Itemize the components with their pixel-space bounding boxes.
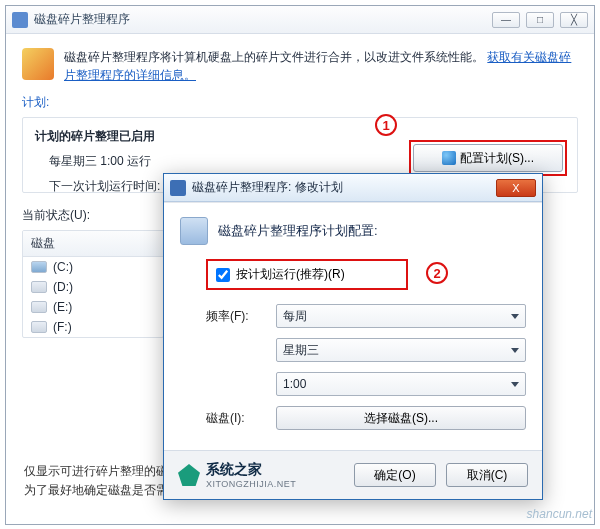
drive-icon bbox=[31, 281, 47, 293]
disk-label: 磁盘(I): bbox=[180, 410, 276, 427]
dialog-body: 磁盘碎片整理程序计划配置: 按计划运行(推荐)(R) 2 频率(F): 每周 星… bbox=[164, 202, 542, 450]
modify-schedule-dialog: 磁盘碎片整理程序: 修改计划 X 磁盘碎片整理程序计划配置: 按计划运行(推荐)… bbox=[163, 173, 543, 500]
footer-note: 仅显示可进行碎片整理的磁 为了最好地确定磁盘是否需 bbox=[24, 462, 168, 500]
list-item[interactable]: (C:) bbox=[23, 257, 163, 277]
chevron-down-icon bbox=[511, 314, 519, 319]
brand-name: 系统之家 bbox=[206, 461, 296, 479]
chevron-down-icon bbox=[511, 382, 519, 387]
intro-text: 磁盘碎片整理程序将计算机硬盘上的碎片文件进行合并，以改进文件系统性能。 获取有关… bbox=[64, 48, 578, 84]
dialog-heading: 磁盘碎片整理程序计划配置: bbox=[180, 217, 526, 245]
drive-icon bbox=[31, 301, 47, 313]
frequency-label: 频率(F): bbox=[180, 308, 276, 325]
close-button[interactable]: ╳ bbox=[560, 12, 588, 28]
day-select[interactable]: 星期三 bbox=[276, 338, 526, 362]
day-value: 星期三 bbox=[283, 342, 319, 359]
list-item[interactable]: (F:) bbox=[23, 317, 163, 337]
ok-button[interactable]: 确定(O) bbox=[354, 463, 436, 487]
drive-label: (D:) bbox=[53, 280, 73, 294]
dialog-footer: 系统之家 XITONGZHIJIA.NET 确定(O) 取消(C) bbox=[164, 450, 542, 499]
brand-icon bbox=[178, 464, 200, 486]
select-disks-button[interactable]: 选择磁盘(S)... bbox=[276, 406, 526, 430]
configure-schedule-button[interactable]: 配置计划(S)... bbox=[413, 144, 563, 172]
shield-icon bbox=[442, 151, 456, 165]
minimize-button[interactable]: — bbox=[492, 12, 520, 28]
dialog-close-button[interactable]: X bbox=[496, 179, 536, 197]
intro: 磁盘碎片整理程序将计算机硬盘上的碎片文件进行合并，以改进文件系统性能。 获取有关… bbox=[22, 48, 578, 84]
frequency-select[interactable]: 每周 bbox=[276, 304, 526, 328]
disk-row: 磁盘(I): 选择磁盘(S)... bbox=[180, 406, 526, 430]
main-title: 磁盘碎片整理程序 bbox=[34, 11, 492, 28]
footer-line-1: 仅显示可进行碎片整理的磁 bbox=[24, 462, 168, 481]
main-titlebar: 磁盘碎片整理程序 — □ ╳ bbox=[6, 6, 594, 34]
list-item[interactable]: (D:) bbox=[23, 277, 163, 297]
defrag-icon bbox=[22, 48, 54, 80]
drive-label: (C:) bbox=[53, 260, 73, 274]
chevron-down-icon bbox=[511, 348, 519, 353]
schedule-icon bbox=[180, 217, 208, 245]
frequency-row: 频率(F): 每周 bbox=[180, 304, 526, 328]
callout-one: 1 bbox=[375, 114, 397, 136]
configure-schedule-label: 配置计划(S)... bbox=[460, 150, 534, 167]
day-row: 星期三 bbox=[180, 338, 526, 362]
drive-label: (F:) bbox=[53, 320, 72, 334]
dialog-icon bbox=[170, 180, 186, 196]
run-on-schedule-row: 按计划运行(推荐)(R) 2 bbox=[206, 259, 408, 290]
dialog-titlebar: 磁盘碎片整理程序: 修改计划 X bbox=[164, 174, 542, 202]
brand: 系统之家 XITONGZHIJIA.NET bbox=[178, 461, 296, 489]
intro-desc: 磁盘碎片整理程序将计算机硬盘上的碎片文件进行合并，以改进文件系统性能。 bbox=[64, 50, 484, 64]
watermark: shancun.net bbox=[527, 507, 592, 521]
app-icon bbox=[12, 12, 28, 28]
frequency-value: 每周 bbox=[283, 308, 307, 325]
dialog-title: 磁盘碎片整理程序: 修改计划 bbox=[192, 179, 496, 196]
list-item[interactable]: (E:) bbox=[23, 297, 163, 317]
disk-list-header: 磁盘 bbox=[23, 231, 163, 257]
config-button-highlight: 配置计划(S)... bbox=[409, 140, 567, 176]
time-select[interactable]: 1:00 bbox=[276, 372, 526, 396]
time-row: 1:00 bbox=[180, 372, 526, 396]
disk-list: 磁盘 (C:) (D:) (E:) (F:) bbox=[22, 230, 164, 338]
cancel-button[interactable]: 取消(C) bbox=[446, 463, 528, 487]
time-value: 1:00 bbox=[283, 377, 306, 391]
footer-line-2: 为了最好地确定磁盘是否需 bbox=[24, 481, 168, 500]
drive-icon bbox=[31, 261, 47, 273]
run-on-schedule-checkbox[interactable] bbox=[216, 268, 230, 282]
dialog-heading-text: 磁盘碎片整理程序计划配置: bbox=[218, 222, 378, 240]
window-controls: — □ ╳ bbox=[492, 12, 588, 28]
maximize-button[interactable]: □ bbox=[526, 12, 554, 28]
callout-two: 2 bbox=[426, 262, 448, 284]
drive-icon bbox=[31, 321, 47, 333]
run-on-schedule-label: 按计划运行(推荐)(R) bbox=[236, 266, 345, 283]
plan-label: 计划: bbox=[22, 94, 578, 111]
drive-label: (E:) bbox=[53, 300, 72, 314]
brand-sub: XITONGZHIJIA.NET bbox=[206, 479, 296, 489]
